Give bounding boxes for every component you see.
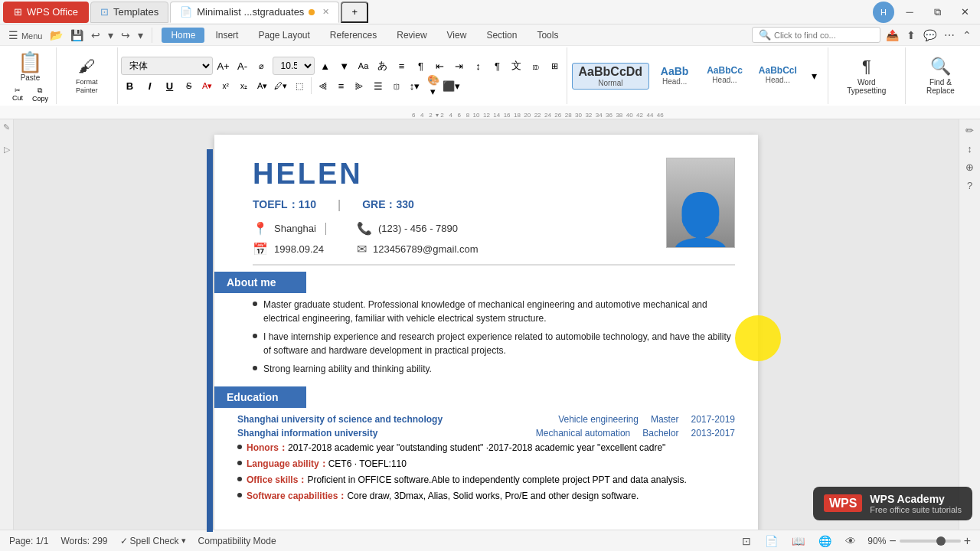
font-incr-button[interactable]: A+ — [215, 57, 232, 74]
case-button[interactable]: Aa — [355, 57, 372, 74]
line-spacing-button[interactable]: ↕▾ — [407, 77, 423, 94]
zoom-slider[interactable] — [900, 540, 961, 543]
view-doc-btn[interactable]: 📄 — [763, 533, 780, 549]
undo-dropdown[interactable]: ▾ — [106, 28, 116, 43]
zoom-thumb — [936, 536, 946, 546]
more-qa-button[interactable]: ▾ — [136, 28, 145, 43]
align-center-button[interactable]: ≡ — [333, 77, 350, 94]
paste-icon: 📋 — [18, 52, 42, 72]
collapse-ribbon-button[interactable]: ⌃ — [960, 28, 974, 43]
zoom-plus-button[interactable]: + — [964, 534, 971, 548]
align-left-button[interactable]: ⫷ — [315, 77, 332, 94]
search-box[interactable]: 🔍 — [752, 27, 880, 43]
style-head3[interactable]: AaBbCcI Head... — [752, 63, 804, 90]
close-button[interactable]: ✕ — [952, 4, 977, 21]
align-justify-button[interactable]: ☰ — [370, 77, 387, 94]
underline-button[interactable]: U — [161, 77, 179, 95]
format-painter-button[interactable]: 🖌 Format Painter — [60, 54, 114, 98]
tab-insert[interactable]: Insert — [206, 27, 247, 44]
tab-review[interactable]: Review — [387, 27, 436, 44]
view-layout-btn[interactable]: ⊡ — [740, 533, 753, 549]
sort-button[interactable]: ↕ — [470, 57, 487, 74]
view-focus-btn[interactable]: 👁 — [843, 533, 858, 549]
doc-tab[interactable]: 📄 Minimalist ...stgraduates ✕ — [170, 2, 339, 23]
redo-button[interactable]: ↪ — [119, 28, 132, 43]
styles-more-button[interactable]: ▾ — [806, 67, 823, 84]
phonetic-button[interactable]: あ — [374, 57, 391, 74]
shading-button[interactable]: 🎨▾ — [425, 77, 442, 94]
view-web-btn[interactable]: 🌐 — [816, 533, 834, 549]
font-color2-button[interactable]: A▾ — [254, 77, 271, 94]
doc-close-icon[interactable]: ✕ — [322, 7, 329, 17]
strikethrough-button[interactable]: S — [181, 77, 198, 94]
open-button[interactable]: 📂 — [47, 28, 65, 43]
copy-button[interactable]: ⧉ Copy — [28, 86, 52, 103]
word-typesetting-button[interactable]: ¶ Word Typesetting — [833, 54, 900, 98]
templates-tab[interactable]: ⊡ Templates — [90, 2, 168, 23]
clear-format-button[interactable]: ⌀ — [253, 57, 270, 74]
chinese-layout-button[interactable]: 文 — [508, 57, 525, 74]
view-read-btn[interactable]: 📖 — [789, 533, 807, 549]
paste-button[interactable]: 📋 Paste — [12, 49, 47, 85]
para-marks-button[interactable]: ¶ — [489, 57, 506, 74]
menu-button[interactable]: ☰ Menu — [6, 28, 44, 43]
right-panel-btn1[interactable]: ✏ — [962, 122, 978, 138]
wps-office-tab[interactable]: ⊞ WPS Office — [3, 2, 89, 23]
style-head1[interactable]: AaBb Head... — [652, 63, 697, 90]
zoom-minus-button[interactable]: − — [889, 534, 896, 548]
export-button[interactable]: ⬆ — [904, 28, 918, 43]
tab-references[interactable]: References — [321, 27, 386, 44]
comment-button[interactable]: 💬 — [921, 28, 939, 43]
font-size-up-button[interactable]: ▲ — [317, 57, 334, 74]
col-layout-button[interactable]: ⎅ — [388, 77, 405, 94]
gre-score: GRE：330 — [362, 198, 414, 212]
tab-tools[interactable]: Tools — [528, 27, 567, 44]
font-size-dn-button[interactable]: ▼ — [336, 57, 353, 74]
ribbon-main: 📋 Paste ✂ Cut ⧉ Copy 🖌 Format Painter — [0, 46, 980, 106]
italic-button[interactable]: I — [141, 77, 159, 95]
tab-view[interactable]: View — [438, 27, 476, 44]
dob-row: 📅 1998.09.24 — [253, 242, 326, 256]
doc-scroll[interactable]: HELEN TOEFL：110 | GRE：330 — [14, 119, 959, 536]
subscript-button[interactable]: x₂ — [236, 77, 253, 94]
font-color-button[interactable]: A▾ — [199, 77, 216, 94]
superscript-button[interactable]: x² — [217, 77, 234, 94]
more-options-button[interactable]: ⋯ — [942, 28, 957, 43]
save-button[interactable]: 💾 — [68, 28, 86, 43]
border-box-button[interactable]: ⬛▾ — [443, 77, 460, 94]
right-panel-btn4[interactable]: ? — [962, 178, 978, 193]
right-panel-btn2[interactable]: ↕ — [962, 141, 978, 156]
font-size-select[interactable]: 10.5 — [273, 57, 315, 75]
left-panel-btn1[interactable]: ✎ — [3, 122, 10, 132]
spell-check-icon: ✓ — [120, 536, 128, 546]
undo-button[interactable]: ↩ — [89, 28, 103, 43]
cut-button[interactable]: ✂ Cut — [8, 86, 27, 103]
user-avatar[interactable]: H — [873, 2, 894, 23]
font-family-select[interactable]: 宋体 — [121, 57, 213, 75]
style-normal[interactable]: AaBbCcDd Normal — [572, 63, 650, 90]
indent-dec-button[interactable]: ⇤ — [432, 57, 449, 74]
share-button[interactable]: 📤 — [884, 28, 901, 43]
highlight-button[interactable]: 🖊▾ — [273, 77, 289, 94]
minimize-button[interactable]: ─ — [897, 4, 922, 21]
char-spacing-button[interactable]: ⎄ — [528, 57, 544, 74]
new-tab-button[interactable]: + — [341, 2, 368, 23]
spell-check[interactable]: ✓ Spell Check ▾ — [120, 536, 186, 546]
align-right-button[interactable]: ⫸ — [351, 77, 368, 94]
left-panel-btn2[interactable]: ▷ — [4, 145, 10, 155]
tab-section[interactable]: Section — [477, 27, 526, 44]
find-replace-button[interactable]: 🔍 Find & Replace — [910, 54, 971, 98]
font-decr-button[interactable]: A- — [234, 57, 251, 74]
tab-home[interactable]: Home — [162, 28, 204, 43]
list2-button[interactable]: ¶ — [413, 57, 430, 74]
indent-inc-button[interactable]: ⇥ — [451, 57, 468, 74]
search-input[interactable] — [774, 31, 874, 40]
border-button[interactable]: ⬚ — [291, 77, 308, 94]
style-head2[interactable]: AaBbCc Head... — [700, 63, 750, 90]
restore-button[interactable]: ⧉ — [925, 4, 949, 21]
bold-button[interactable]: B — [121, 77, 139, 95]
list1-button[interactable]: ≡ — [394, 57, 410, 74]
tab-page-layout[interactable]: Page Layout — [249, 27, 318, 44]
right-panel-btn3[interactable]: ⊕ — [962, 159, 978, 174]
table-btn[interactable]: ⊞ — [547, 57, 564, 74]
